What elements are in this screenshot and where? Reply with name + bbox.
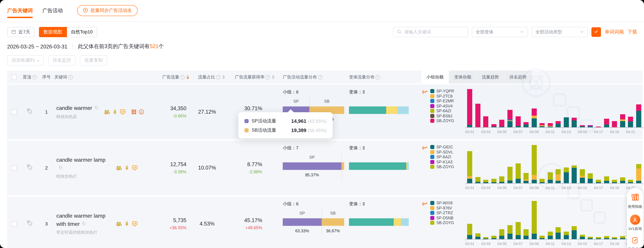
campaign-type-select[interactable]: 全部活动类型 xyxy=(532,27,588,37)
legend-item[interactable]: SB-ZOYG xyxy=(430,221,466,225)
tab-ad-campaigns[interactable]: 广告活动 xyxy=(42,7,63,14)
chart-board-icon[interactable] xyxy=(120,109,126,115)
stacked-bar xyxy=(586,89,594,127)
variant-select[interactable]: 全部变体 xyxy=(472,27,528,37)
help-icon[interactable] xyxy=(180,75,185,79)
grid-menu-icon[interactable] xyxy=(132,109,136,114)
help-icon[interactable] xyxy=(68,75,72,79)
sort-control[interactable] xyxy=(222,75,225,79)
keyword-text[interactable]: candle warmer lamp xyxy=(56,157,106,163)
toggle-data-view[interactable]: 数据视图 xyxy=(39,27,67,37)
add-to-favorites-button[interactable]: 添加收藏到▲ xyxy=(7,55,44,65)
search-input[interactable]: 请输入关键词 xyxy=(393,27,468,37)
stacked-bar xyxy=(546,201,554,239)
variant-segment xyxy=(398,106,409,114)
pin-tag-icon[interactable] xyxy=(27,164,33,172)
row-checkbox[interactable] xyxy=(12,221,16,226)
stacked-bar xyxy=(562,201,570,239)
legend-item[interactable]: SP-E2MR xyxy=(430,99,466,103)
legend-item[interactable]: SB-ZOYG xyxy=(430,119,466,123)
video-camera-icon[interactable] xyxy=(116,165,122,170)
help-icon[interactable] xyxy=(376,75,380,79)
batch-action-bar: 添加收藏到▲ 排名监控 批量复制 xyxy=(7,55,643,65)
header-gain[interactable]: 广告流量获得率 xyxy=(225,74,274,80)
legend-item[interactable]: SP-6AZI xyxy=(430,155,466,159)
legend-item[interactable]: SP-976V xyxy=(430,206,466,210)
legend-item[interactable]: SP-G62C xyxy=(430,145,466,149)
legend-item[interactable]: SB-ZOYG xyxy=(430,165,466,169)
word-freq-toggle-button[interactable] xyxy=(592,27,601,37)
x-axis-label: 03-01 xyxy=(465,242,474,246)
x-axis-label: 03-13 xyxy=(562,130,571,134)
keyword-count: 521 xyxy=(150,43,158,49)
legend-item[interactable]: SP-BS8J xyxy=(430,114,466,118)
copy-icon[interactable] xyxy=(58,164,62,172)
video-camera-icon[interactable] xyxy=(104,109,110,114)
stacked-bar xyxy=(474,201,482,239)
stacked-bar xyxy=(530,145,538,183)
legend-item[interactable]: SP-4SV4 xyxy=(430,104,466,108)
rocket-icon[interactable] xyxy=(124,221,130,227)
chart-tab-排名趋势[interactable]: 排名趋势 xyxy=(504,71,532,84)
legend-item[interactable]: SP-SDVL xyxy=(430,150,466,154)
copy-icon[interactable] xyxy=(82,220,86,228)
stacked-bar xyxy=(618,145,626,183)
header-traffic[interactable]: 广告流量 xyxy=(146,74,189,80)
legend-item[interactable]: SP-D5NB xyxy=(430,216,466,220)
toggle-organic-top10[interactable]: 自然Top10 xyxy=(67,27,97,37)
summary-bar: 2026-03-25 ~ 2026-03-31 此父体在前3页的广告关键词有52… xyxy=(7,43,643,50)
help-icon[interactable] xyxy=(318,75,322,79)
chart-tab-流量趋势[interactable]: 流量趋势 xyxy=(477,71,504,84)
chart-tab-变体份额[interactable]: 变体份额 xyxy=(449,71,476,84)
legend-item[interactable]: SP-ZTRZ xyxy=(430,211,466,215)
pin-tag-icon[interactable] xyxy=(27,220,33,228)
legend-item[interactable]: SP-6AZI xyxy=(430,109,466,113)
help-icon[interactable] xyxy=(216,75,220,79)
line-chart-icon[interactable] xyxy=(422,201,428,207)
rocket-icon[interactable] xyxy=(124,165,130,171)
row-checkbox[interactable] xyxy=(12,165,16,170)
header-share[interactable]: 流量占比 xyxy=(189,74,225,80)
chart-board-icon[interactable] xyxy=(132,165,138,171)
variant-distribution: 变体：3 xyxy=(349,85,421,139)
copy-icon[interactable] xyxy=(94,104,98,112)
campaign-segment xyxy=(283,162,341,170)
help-icon[interactable] xyxy=(266,75,270,79)
chart-board-icon[interactable] xyxy=(132,221,138,227)
line-chart-icon[interactable] xyxy=(422,145,428,151)
legend-item[interactable]: SP-YQPR xyxy=(430,89,466,93)
line-chart-icon[interactable] xyxy=(422,89,428,95)
x-axis-label: 03-03 xyxy=(481,186,490,190)
help-icon[interactable] xyxy=(32,75,37,79)
legend-item[interactable]: SP-WXI9 xyxy=(430,201,466,205)
consult-menu-item[interactable]: 1V1咨询 xyxy=(628,215,642,231)
pin-tag-icon[interactable] xyxy=(27,108,33,116)
row-checkbox[interactable] xyxy=(12,109,16,114)
feedback-menu-item[interactable]: 意见反馈 xyxy=(628,237,642,248)
batch-copy-button[interactable]: 批量复制 xyxy=(80,55,108,65)
rocket-icon[interactable] xyxy=(112,109,118,115)
word-freq-link[interactable]: 单词词频 xyxy=(605,29,624,35)
sort-control[interactable] xyxy=(186,75,189,79)
legend-item[interactable]: SP-K1A3 xyxy=(430,160,466,164)
stacked-bar xyxy=(618,201,626,239)
keyword-text[interactable]: candle warmer xyxy=(56,105,92,111)
tooltip-row-sb: SB活动流量 19,389 (56.45%) xyxy=(244,127,326,133)
download-link[interactable]: 下载 xyxy=(628,29,637,35)
group-share-trend-chart: 03-0103-0303-0503-0703-0903-1103-1303-15… xyxy=(466,201,643,246)
keyword-text[interactable]: candle warmer lamp with timer xyxy=(56,213,106,227)
campaign-segment-pct: 95.37% xyxy=(305,173,319,177)
rank-monitor-button[interactable]: 排名监控 xyxy=(48,55,76,65)
keywords-table: 置顶 序号 关键词 广告流量 流量占比 广告流量获得率 广告活动流量分布 变体流… xyxy=(7,71,643,248)
guide-menu-item[interactable]: 使用指南 xyxy=(628,193,642,209)
chart-tab-小组份额[interactable]: 小组份额 xyxy=(421,71,449,84)
video-camera-icon[interactable] xyxy=(116,221,122,226)
date-range-button[interactable]: 近7天 xyxy=(7,27,34,37)
sort-control[interactable] xyxy=(272,75,274,79)
tab-ad-keywords[interactable]: 广告关键词 xyxy=(7,7,33,14)
legend-item[interactable]: SP-2TC8 xyxy=(430,94,466,98)
campaign-segment-label: SP xyxy=(309,155,315,160)
batch-sync-campaign-button[interactable]: 批量同步广告活动名 xyxy=(77,5,138,16)
amazon-icon[interactable]: a xyxy=(139,109,144,115)
select-all-checkbox[interactable] xyxy=(12,74,16,80)
